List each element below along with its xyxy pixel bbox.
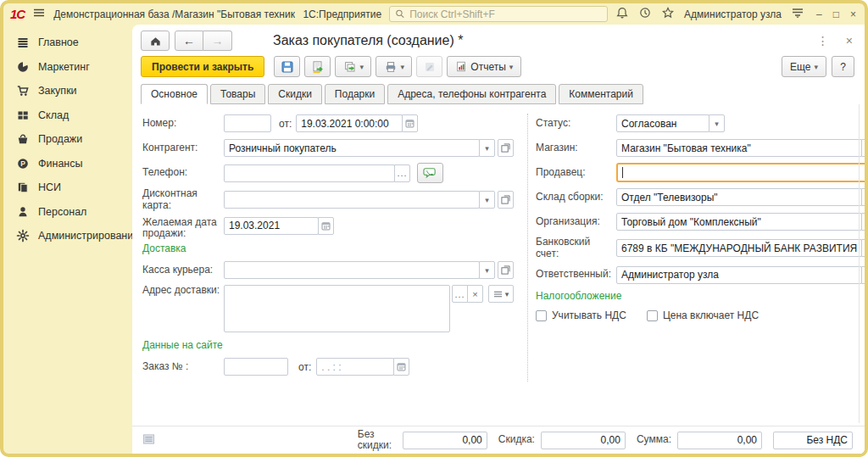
counterparty-open-button[interactable]	[498, 139, 514, 157]
address-clear-button[interactable]: ×	[467, 285, 483, 303]
tab-discounts[interactable]: Скидки	[268, 84, 322, 104]
home-button[interactable]	[141, 31, 170, 51]
bank-account-input[interactable]: 6789 в КБ "МЕЖДУНАРОДНЫЙ БАНК РАЗВИТИЯ	[616, 239, 862, 257]
form-scroll-edge	[859, 104, 860, 423]
calendar-icon	[320, 220, 331, 231]
status-input[interactable]: Согласован	[616, 114, 709, 132]
main-menu-icon[interactable]	[32, 6, 46, 22]
dropdown-icon: ▾	[401, 63, 405, 71]
post-document-icon	[311, 60, 325, 74]
edit-button-disabled	[416, 56, 442, 77]
footer-list-icon[interactable]	[142, 433, 155, 448]
sidebar-item-administration[interactable]: Администрирование	[3, 224, 132, 248]
organization-input[interactable]: Торговый дом "Комплексный"	[616, 213, 862, 231]
service-menu-icon[interactable]	[791, 7, 804, 21]
sidebar-item-personnel[interactable]: Персонал	[3, 200, 132, 225]
report-icon	[455, 60, 467, 73]
more-label: Еще	[790, 61, 810, 73]
copy-post-icon	[343, 60, 357, 74]
site-order-date-input[interactable]: . . : :	[316, 358, 394, 376]
courier-cash-label: Касса курьера:	[142, 265, 224, 276]
calendar-button[interactable]	[402, 114, 418, 132]
back-button[interactable]: ←	[175, 31, 203, 51]
document-date-input[interactable]: 19.03.2021 0:00:00	[296, 114, 403, 132]
vat-mode-box[interactable]: Без НДС	[773, 432, 853, 449]
responsible-input[interactable]: Администратор узла	[616, 266, 862, 284]
sidebar-label: НСИ	[38, 181, 61, 193]
send-sms-button[interactable]	[417, 163, 443, 183]
delivery-address-textarea[interactable]	[224, 285, 450, 332]
no-discount-label: Без скидки:	[358, 429, 397, 451]
seller-input[interactable]	[616, 163, 865, 182]
site-order-input[interactable]	[224, 358, 288, 376]
sidebar-item-sales[interactable]: Продажи	[3, 127, 132, 152]
phone-select-button[interactable]: ...	[394, 164, 410, 182]
site-order-calendar-button[interactable]	[393, 358, 409, 376]
discount-card-input[interactable]	[224, 191, 480, 209]
number-input[interactable]	[224, 114, 271, 132]
tab-gifts[interactable]: Подарки	[325, 84, 385, 104]
address-menu-button[interactable]: ▾	[488, 285, 514, 303]
courier-cash-input[interactable]	[224, 261, 480, 279]
create-based-on-button[interactable]: ▾	[335, 56, 371, 77]
assembly-warehouse-input[interactable]: Отдел "Телевизоры"	[616, 188, 862, 206]
counterparty-dropdown-button[interactable]: ▾	[479, 139, 495, 157]
post-document-button[interactable]	[304, 56, 331, 77]
form-title: Заказ покупателя (создание) *	[273, 33, 463, 48]
reports-button[interactable]: Отчеты▾	[447, 56, 521, 77]
form-close-icon[interactable]: ×	[846, 34, 853, 47]
phone-input[interactable]	[224, 164, 395, 182]
tab-goods[interactable]: Товары	[210, 84, 265, 104]
minimize-icon[interactable]: –	[816, 8, 822, 20]
courier-cash-dropdown-button[interactable]: ▾	[479, 261, 495, 279]
notifications-bell-icon[interactable]	[615, 6, 629, 22]
maximize-icon[interactable]: □	[833, 8, 839, 20]
vat-account-checkbox[interactable]: Учитывать НДС	[536, 309, 626, 321]
price-includes-vat-checkbox[interactable]: Цена включает НДС	[647, 309, 759, 321]
global-search[interactable]	[389, 6, 608, 22]
sidebar-item-warehouse[interactable]: Склад	[3, 103, 132, 128]
assembly-dropdown-button[interactable]: ▾	[861, 188, 865, 206]
sidebar-item-main[interactable]: Главное	[3, 31, 132, 55]
sidebar-item-marketing[interactable]: Маркетинг	[3, 55, 132, 80]
tab-comment[interactable]: Комментарий	[559, 84, 643, 104]
save-button[interactable]	[274, 56, 300, 77]
dropdown-icon: ▾	[814, 63, 818, 71]
reports-label: Отчеты	[470, 61, 505, 73]
organization-dropdown-button[interactable]: ▾	[861, 213, 865, 231]
responsible-dropdown-button[interactable]: ▾	[861, 266, 865, 284]
sidebar-item-nsi[interactable]: НСИ	[3, 176, 132, 200]
more-button[interactable]: Еще▾	[782, 56, 826, 77]
history-icon[interactable]	[638, 6, 652, 22]
discount-card-open-button[interactable]	[498, 191, 514, 209]
cards-stack-icon	[16, 181, 30, 194]
discount-card-dropdown-button[interactable]: ▾	[479, 191, 495, 209]
site-date-prefix-label: от:	[298, 361, 311, 373]
address-select-button[interactable]: ...	[452, 285, 468, 303]
no-discount-total: 0,00	[403, 432, 487, 449]
print-button[interactable]: ▾	[376, 56, 412, 77]
desired-date-calendar-button[interactable]	[318, 217, 334, 235]
shop-dropdown-button[interactable]: ▾	[861, 139, 865, 157]
window-controls: – □ ×	[816, 8, 856, 20]
tab-main[interactable]: Основное	[141, 84, 208, 104]
open-link-icon	[501, 265, 510, 275]
sidebar-item-purchases[interactable]: Закупки	[3, 79, 132, 103]
counterparty-input[interactable]: Розничный покупатель	[224, 139, 480, 157]
shop-input[interactable]: Магазин "Бытовая техника"	[616, 139, 862, 157]
tab-addresses[interactable]: Адреса, телефоны контрагента	[387, 84, 556, 104]
courier-cash-open-button[interactable]	[498, 261, 514, 279]
sidebar-item-finance[interactable]: Р Финансы	[3, 152, 132, 176]
status-dropdown-button[interactable]: ▾	[709, 114, 725, 132]
close-window-icon[interactable]: ×	[850, 8, 856, 20]
post-and-close-button[interactable]: Провести и закрыть	[141, 56, 264, 77]
search-input[interactable]	[409, 8, 602, 20]
forward-button[interactable]: →	[203, 31, 232, 51]
seller-label: Продавец:	[536, 167, 616, 179]
current-user[interactable]: Администратор узла	[684, 8, 782, 20]
favorites-star-icon[interactable]	[661, 6, 675, 22]
desired-date-input[interactable]: 19.03.2021	[224, 217, 319, 235]
bank-account-dropdown-button[interactable]: ▾	[861, 239, 865, 257]
help-button[interactable]: ?	[832, 56, 854, 77]
form-more-icon[interactable]: ⋮	[817, 34, 829, 47]
